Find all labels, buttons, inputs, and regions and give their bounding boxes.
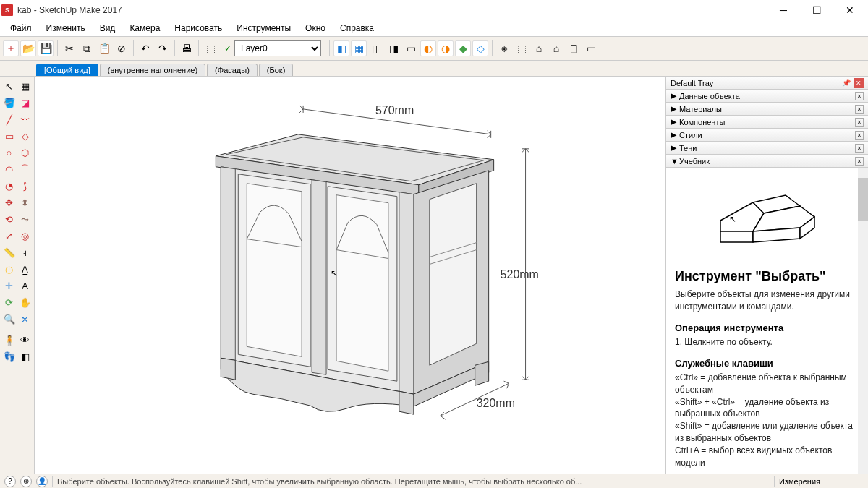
rotated-rect-icon[interactable]: ◇	[17, 128, 33, 144]
scene-tab-facades[interactable]: (Фасады)	[207, 64, 258, 76]
scene-tab-interior[interactable]: (внутренне наполнение)	[100, 64, 205, 76]
minimize-button[interactable]: ─	[767, 0, 800, 20]
polygon-icon[interactable]: ⬡	[17, 145, 33, 160]
circle-icon[interactable]: ○	[1, 145, 17, 160]
view-icon-c[interactable]: ◇	[472, 40, 488, 56]
style-icon-d[interactable]: ⌂	[548, 40, 564, 56]
eraser-icon[interactable]: ◪	[17, 95, 33, 111]
scene-tab-side[interactable]: (Бок)	[259, 64, 293, 76]
section-icon[interactable]: ◧	[17, 348, 33, 364]
pushpull-icon[interactable]: ⬍	[17, 194, 33, 210]
arc-icon[interactable]: ◠	[1, 161, 17, 177]
iso-view-icon[interactable]: ◧	[333, 40, 349, 56]
menu-draw[interactable]: Нарисовать	[169, 22, 228, 35]
panel-close-icon[interactable]: ×	[855, 105, 864, 114]
help-icon[interactable]: ?	[4, 476, 16, 487]
followme-icon[interactable]: ⤳	[17, 211, 33, 227]
zoom-icon[interactable]: 🔍	[1, 311, 17, 327]
layer-dropdown[interactable]: Layer0	[234, 40, 321, 56]
view-icon-b[interactable]: ◆	[455, 40, 471, 56]
left-view-icon[interactable]: ◐	[420, 40, 436, 56]
pan-icon[interactable]: ✋	[17, 294, 33, 310]
walk-icon[interactable]: 👣	[1, 348, 17, 364]
tape-icon[interactable]: 📏	[1, 244, 17, 260]
view-icon-a[interactable]: ◑	[438, 40, 454, 56]
panel-close-icon[interactable]: ×	[855, 92, 864, 100]
scene-tab-main[interactable]: [Общий вид]	[36, 64, 98, 76]
panel-close-icon[interactable]: ×	[855, 144, 864, 153]
menu-file[interactable]: Файл	[4, 22, 38, 35]
dimension-icon[interactable]: ⫞	[17, 244, 33, 260]
panel-instructor[interactable]: ▼Учебник×	[666, 155, 868, 168]
panel-components[interactable]: ▶Компоненты×	[666, 116, 868, 129]
paint-bucket-icon[interactable]: 🪣	[1, 95, 17, 111]
freehand-icon[interactable]: 〰	[17, 111, 33, 127]
rotate-icon[interactable]: ⟲	[1, 211, 17, 227]
rectangle-icon[interactable]: ▭	[1, 128, 17, 144]
right-view-icon[interactable]: ◨	[386, 40, 401, 56]
style-icon-a[interactable]: ⎈	[496, 40, 512, 56]
panel-close-icon[interactable]: ×	[855, 157, 864, 166]
axes-icon[interactable]: ✛	[1, 278, 17, 294]
protractor-icon[interactable]: ◷	[1, 261, 17, 277]
undo-icon[interactable]: ↶	[137, 40, 153, 56]
style-icon-f[interactable]: ▭	[583, 40, 599, 56]
scrollbar-track[interactable]	[858, 168, 868, 474]
style-icon-b[interactable]: ⬚	[514, 40, 529, 56]
save-icon[interactable]: 💾	[38, 40, 54, 56]
panel-entity-info[interactable]: ▶Данные объекта×	[666, 90, 868, 103]
cut-icon[interactable]: ✂	[61, 40, 77, 56]
select-tool-icon[interactable]: ↖	[1, 78, 17, 94]
cabinet-model[interactable]	[216, 134, 493, 414]
style-icon-c[interactable]: ⌂	[531, 40, 547, 56]
geo-icon[interactable]: ⊕	[20, 476, 32, 487]
panel-materials[interactable]: ▶Материалы×	[666, 103, 868, 116]
look-around-icon[interactable]: 👁	[17, 332, 33, 348]
orbit-icon[interactable]: ⟳	[1, 294, 17, 310]
pie-icon[interactable]: ◔	[1, 178, 17, 194]
pin-icon[interactable]: 📌	[842, 79, 851, 87]
menu-view[interactable]: Вид	[94, 22, 122, 35]
maximize-button[interactable]: ☐	[800, 0, 833, 20]
viewport[interactable]: 570mm 520mm 320mm	[35, 77, 665, 474]
scale-icon[interactable]: ⤢	[1, 228, 17, 244]
menu-edit[interactable]: Изменить	[41, 22, 91, 35]
open-file-icon[interactable]: 📂	[20, 40, 36, 56]
tray-close-icon[interactable]: ✕	[854, 78, 864, 88]
position-camera-icon[interactable]: 🧍	[1, 332, 17, 348]
line-tool-icon[interactable]: ╱	[1, 111, 17, 127]
3dtext-icon[interactable]: A	[17, 278, 33, 294]
person-icon[interactable]: 👤	[36, 476, 48, 487]
redo-icon[interactable]: ↷	[155, 40, 171, 56]
menu-camera[interactable]: Камера	[124, 22, 166, 35]
make-component-icon[interactable]: ▦	[17, 78, 33, 94]
model-info-icon[interactable]: ⬚	[203, 40, 218, 56]
menu-help[interactable]: Справка	[334, 22, 380, 35]
panel-styles[interactable]: ▶Стили×	[666, 129, 868, 142]
menu-tools[interactable]: Инструменты	[231, 22, 297, 35]
menu-window[interactable]: Окно	[299, 22, 331, 35]
panel-close-icon[interactable]: ×	[855, 131, 864, 140]
arc3-icon[interactable]: ⟆	[17, 178, 33, 194]
panel-shadows[interactable]: ▶Тени×	[666, 142, 868, 155]
text-icon[interactable]: A̲	[17, 261, 33, 277]
close-button[interactable]: ✕	[833, 0, 867, 20]
top-view-icon[interactable]: ▦	[351, 40, 367, 56]
separator	[329, 40, 330, 56]
front-view-icon[interactable]: ◫	[368, 40, 384, 56]
paste-icon[interactable]: 📋	[96, 40, 112, 56]
print-icon[interactable]: 🖶	[179, 40, 195, 56]
back-view-icon[interactable]: ▭	[403, 40, 419, 56]
model-canvas[interactable]: 570mm 520mm 320mm	[35, 77, 665, 474]
delete-icon[interactable]: ⊘	[114, 40, 129, 56]
arc2-icon[interactable]: ⌒	[17, 161, 33, 177]
copy-icon[interactable]: ⧉	[79, 40, 95, 56]
tray-titlebar[interactable]: Default Tray 📌 ✕	[666, 77, 868, 90]
new-file-icon[interactable]: ＋	[3, 40, 19, 56]
scrollbar-thumb[interactable]	[858, 178, 868, 221]
move-icon[interactable]: ✥	[1, 194, 17, 210]
style-icon-e[interactable]: ⎕	[566, 40, 582, 56]
offset-icon[interactable]: ◎	[17, 228, 33, 244]
zoom-extents-icon[interactable]: ⤧	[17, 311, 33, 327]
panel-close-icon[interactable]: ×	[855, 118, 864, 127]
